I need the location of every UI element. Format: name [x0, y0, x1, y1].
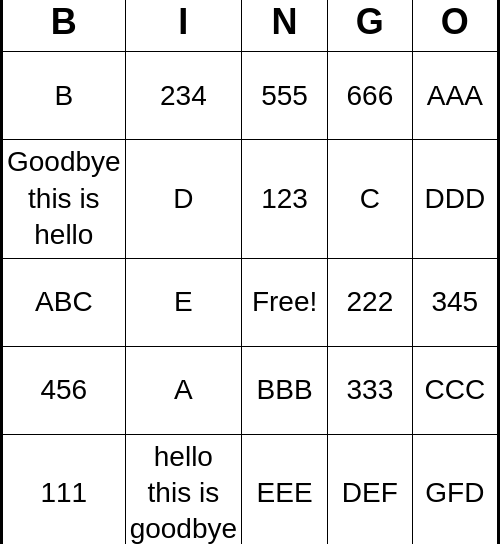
bingo-cell-r0-c1: 234 [125, 52, 241, 140]
header-cell-b: B [3, 0, 126, 52]
table-row: 111hello this is goodbyeEEEDEFGFD [3, 434, 498, 544]
bingo-cell-r1-c3: C [328, 140, 413, 258]
bingo-cell-r0-c0: B [3, 52, 126, 140]
header-row: BINGO [3, 0, 498, 52]
bingo-cell-r1-c0: Goodbye this is hello [3, 140, 126, 258]
bingo-cell-r2-c2: Free! [242, 258, 328, 346]
bingo-cell-r1-c4: DDD [412, 140, 497, 258]
bingo-cell-r4-c4: GFD [412, 434, 497, 544]
table-row: 456ABBB333CCC [3, 346, 498, 434]
header-cell-i: I [125, 0, 241, 52]
header-cell-o: O [412, 0, 497, 52]
bingo-cell-r0-c4: AAA [412, 52, 497, 140]
bingo-cell-r3-c1: A [125, 346, 241, 434]
header-cell-n: N [242, 0, 328, 52]
bingo-cell-r1-c1: D [125, 140, 241, 258]
table-row: Goodbye this is helloD123CDDD [3, 140, 498, 258]
bingo-cell-r3-c3: 333 [328, 346, 413, 434]
bingo-cell-r4-c0: 111 [3, 434, 126, 544]
bingo-cell-r3-c2: BBB [242, 346, 328, 434]
bingo-cell-r0-c3: 666 [328, 52, 413, 140]
table-row: B234555666AAA [3, 52, 498, 140]
bingo-cell-r4-c2: EEE [242, 434, 328, 544]
bingo-table: BINGO B234555666AAAGoodbye this is hello… [2, 0, 498, 544]
bingo-cell-r2-c3: 222 [328, 258, 413, 346]
bingo-cell-r3-c4: CCC [412, 346, 497, 434]
bingo-cell-r3-c0: 456 [3, 346, 126, 434]
header-cell-g: G [328, 0, 413, 52]
bingo-cell-r4-c1: hello this is goodbye [125, 434, 241, 544]
bingo-cell-r2-c0: ABC [3, 258, 126, 346]
bingo-cell-r2-c4: 345 [412, 258, 497, 346]
bingo-cell-r2-c1: E [125, 258, 241, 346]
bingo-cell-r4-c3: DEF [328, 434, 413, 544]
bingo-cell-r0-c2: 555 [242, 52, 328, 140]
bingo-cell-r1-c2: 123 [242, 140, 328, 258]
bingo-card: BINGO B234555666AAAGoodbye this is hello… [0, 0, 500, 544]
table-row: ABCEFree!222345 [3, 258, 498, 346]
